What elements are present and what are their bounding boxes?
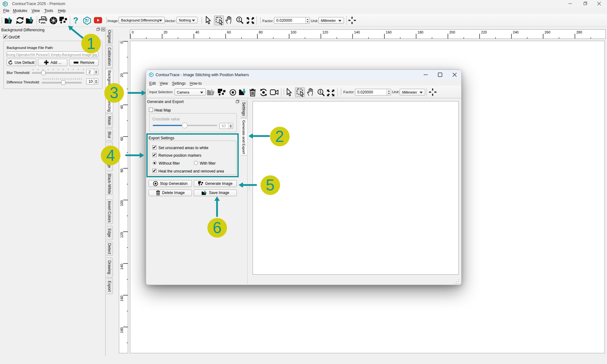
svg-text:40: 40 [120,105,124,109]
svg-text:160: 160 [386,30,391,34]
svg-text:120: 120 [322,30,328,34]
svg-text:140: 140 [354,30,360,34]
svg-text:100: 100 [291,30,296,34]
svg-text:240: 240 [513,30,518,34]
svg-text:180: 180 [120,327,124,333]
svg-text:180: 180 [418,30,423,34]
svg-text:140: 140 [120,264,124,269]
svg-text:0: 0 [120,41,124,43]
svg-text:160: 160 [120,295,124,301]
svg-text:200: 200 [449,30,455,34]
svg-text:0: 0 [132,30,134,34]
svg-text:40: 40 [195,30,199,34]
svg-text:260: 260 [545,30,550,34]
svg-text:80: 80 [259,30,263,34]
svg-text:80: 80 [120,168,124,172]
svg-text:20: 20 [163,30,167,34]
svg-text:220: 220 [481,30,487,34]
svg-text:120: 120 [120,232,124,238]
svg-text:60: 60 [120,137,124,141]
svg-text:20: 20 [120,73,124,77]
svg-text:280: 280 [576,30,582,34]
svg-text:100: 100 [120,200,124,206]
svg-text:60: 60 [227,30,231,34]
